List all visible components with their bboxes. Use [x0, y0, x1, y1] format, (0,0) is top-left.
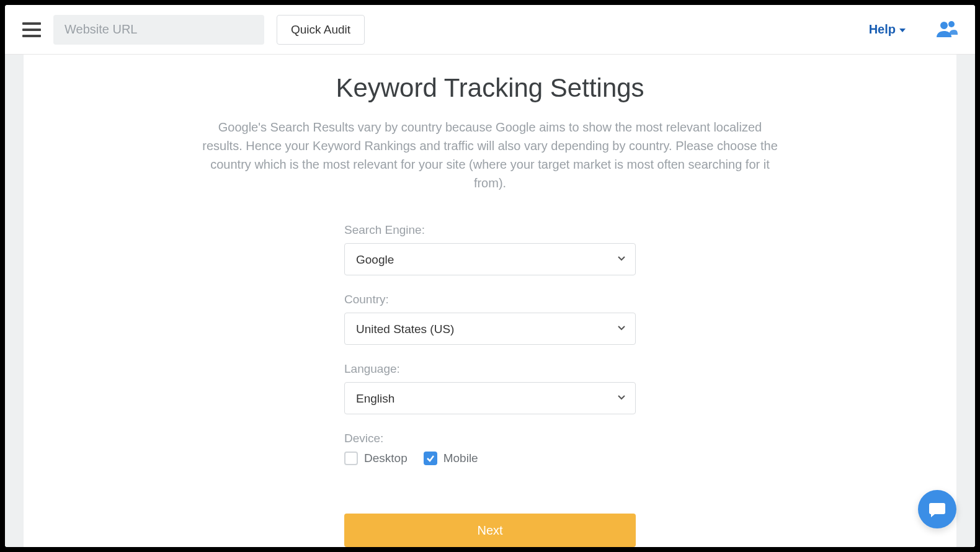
language-label: Language: [344, 362, 636, 376]
website-url-input[interactable] [53, 15, 264, 45]
mobile-label: Mobile [443, 452, 478, 465]
language-select[interactable]: English [344, 382, 636, 414]
country-select[interactable]: United States (US) [344, 313, 636, 345]
svg-point-1 [948, 21, 955, 27]
language-group: Language: English [344, 362, 636, 414]
desktop-label: Desktop [364, 452, 408, 465]
page-title: Keyword Tracking Settings [24, 73, 956, 103]
search-engine-group: Search Engine: Google [344, 223, 636, 275]
chat-launcher[interactable] [918, 490, 956, 528]
svg-point-0 [940, 22, 948, 29]
search-engine-select[interactable]: Google [344, 243, 636, 275]
settings-form: Search Engine: Google Country: [344, 223, 636, 547]
help-dropdown[interactable]: Help [869, 22, 906, 37]
menu-icon[interactable] [22, 22, 41, 37]
quick-audit-button[interactable]: Quick Audit [277, 15, 365, 45]
app-window: Quick Audit Help Keyword Tracking Settin… [0, 0, 980, 552]
country-label: Country: [344, 293, 636, 306]
content-area: Keyword Tracking Settings Google's Searc… [5, 55, 975, 547]
desktop-checkbox[interactable] [344, 452, 358, 465]
topbar: Quick Audit Help [5, 5, 975, 55]
mobile-checkbox[interactable] [424, 452, 437, 465]
chevron-down-icon [899, 29, 906, 32]
next-button[interactable]: Next [344, 514, 636, 547]
device-label: Device: [344, 432, 636, 445]
main-panel: Keyword Tracking Settings Google's Searc… [24, 55, 956, 547]
country-group: Country: United States (US) [344, 293, 636, 345]
help-label: Help [869, 22, 896, 37]
users-icon[interactable] [937, 20, 958, 40]
page-description: Google's Search Results vary by country … [198, 118, 782, 192]
chat-icon [928, 500, 947, 519]
search-engine-label: Search Engine: [344, 223, 636, 237]
device-group: Device: Desktop Mobile [344, 432, 636, 465]
